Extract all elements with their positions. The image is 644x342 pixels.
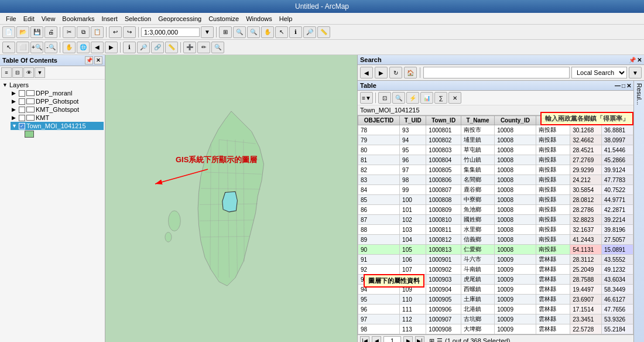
scale-dropdown[interactable]: ▼	[201, 26, 214, 38]
measure-btn[interactable]: 📏	[165, 42, 178, 53]
table-stats-btn[interactable]: 📊	[420, 92, 433, 104]
nav-prev-btn[interactable]: ◀	[372, 336, 381, 342]
toc-close-button[interactable]: ✕	[94, 56, 102, 64]
table-row[interactable]: 79941000802埔里鎮10008南投縣32.466238.0997	[358, 135, 633, 145]
select-tool[interactable]: ↖	[275, 26, 288, 38]
table-maximize-icon[interactable]: □	[622, 83, 625, 89]
table-close-icon[interactable]: ✕	[626, 83, 631, 89]
zoom-in-tool[interactable]: +🔍	[30, 42, 43, 53]
add-data-btn[interactable]: ➕	[183, 42, 196, 53]
new-button[interactable]: 📄	[2, 26, 15, 38]
map-area[interactable]: GIS系統下所顯示的圖層	[105, 55, 357, 342]
menu-file[interactable]: File	[2, 15, 20, 23]
table-row[interactable]: 981131000908大埤鄉10009雲林縣22.572855.2184	[358, 324, 633, 334]
table-row[interactable]: 881031000811水里鄉10008南投縣32.163739.8196	[358, 225, 633, 235]
save-button[interactable]: 💾	[30, 26, 43, 38]
layer-item-town[interactable]: ▼ Town_MOI_1041215	[11, 122, 104, 130]
checkbox-dpp-ghotspot[interactable]	[19, 98, 25, 105]
table-row[interactable]: 78931000801南投市10008南投縣30.126836.8881	[358, 125, 633, 135]
menu-customize[interactable]: Customize	[205, 15, 242, 23]
paste-button[interactable]: 📋	[91, 26, 104, 38]
pan-tool[interactable]: ✋	[261, 26, 274, 38]
search-home-btn[interactable]: 🏠	[404, 67, 417, 78]
page-input[interactable]	[383, 336, 401, 342]
menu-view[interactable]: View	[38, 15, 59, 23]
table-flash-btn[interactable]: ⚡	[406, 92, 419, 104]
table-row[interactable]: 961111000906北港鎮10009雲林縣17.151447.7656	[358, 305, 633, 314]
identify-tool[interactable]: ℹ	[289, 26, 302, 38]
table-row[interactable]: 911061000901斗六市10009雲林縣28.311243.5552	[358, 255, 633, 265]
table-row[interactable]: 81961000804竹山鎮10008南投縣27.276945.2866	[358, 155, 633, 165]
zoom-full[interactable]: ⊞	[219, 26, 232, 38]
search-options-btn[interactable]: ▼	[629, 67, 642, 78]
zoom-in[interactable]: 🔍	[233, 26, 246, 38]
nav-last-btn[interactable]: ▶|	[415, 336, 424, 342]
checkbox-dpp-moranl[interactable]	[19, 90, 25, 97]
pointer-tool[interactable]: ↖	[2, 42, 15, 53]
table-row[interactable]: 921071000902斗南鎮10009雲林縣25.204949.1232	[358, 265, 633, 275]
menu-insert[interactable]: Insert	[98, 15, 121, 23]
select-rect-tool[interactable]: ⬜	[16, 42, 29, 53]
table-zoom-btn[interactable]: 🔍	[392, 92, 405, 104]
table-row[interactable]: 82971000805集集鎮10008南投縣29.929939.9124	[358, 165, 633, 175]
measure-tool[interactable]: 📏	[317, 26, 330, 38]
zoom-out-tool[interactable]: -🔍	[44, 42, 57, 53]
undo-button[interactable]: ↩	[109, 26, 122, 38]
redo-button[interactable]: ↪	[123, 26, 136, 38]
checkbox-kmt-ghotspot[interactable]	[19, 107, 25, 113]
zoom-prev-btn[interactable]: ◀	[91, 42, 104, 53]
menu-edit[interactable]: Edit	[20, 15, 38, 23]
table-field-calc-btn[interactable]: ∑	[434, 92, 447, 104]
nav-first-btn[interactable]: |◀	[360, 336, 369, 342]
search-back-btn[interactable]: ◀	[360, 67, 373, 78]
hyperlink-btn[interactable]: 🔗	[151, 42, 164, 53]
table-row[interactable]: 971121000907古坑鄉10009雲林縣23.345153.9326	[358, 314, 633, 324]
toc-pin-button[interactable]: 📌	[85, 56, 93, 64]
menu-windows[interactable]: Windows	[242, 15, 276, 23]
find-tool[interactable]: 🔎	[303, 26, 316, 38]
view-mode-btn2[interactable]: ☰	[437, 337, 443, 343]
pan-tool2[interactable]: ✋	[63, 42, 76, 53]
layer-item-kmt[interactable]: ▶ KMT	[11, 114, 104, 122]
editor-btn[interactable]: ✏	[197, 42, 210, 53]
table-row[interactable]: 84991000807鹿谷鄉10008南投縣30.585440.7522	[358, 185, 633, 195]
full-extent-btn[interactable]: 🌐	[77, 42, 90, 53]
layer-item-dpp-ghotspot[interactable]: ▶ DPP_Ghotspot	[11, 97, 104, 105]
table-delete-btn[interactable]: ✕	[448, 92, 461, 104]
table-row[interactable]: 851001000808中寮鄉10008南投縣28.081244.9771	[358, 195, 633, 205]
copy-button[interactable]: ⧉	[77, 26, 90, 38]
results-tab[interactable]: Resul...	[633, 81, 644, 342]
table-select-btn[interactable]: ⊡	[378, 92, 391, 104]
toc-list-visibility-btn[interactable]: 👁	[23, 67, 34, 78]
search-btn[interactable]: 🔍	[211, 42, 224, 53]
menu-geoprocessing[interactable]: Geoprocessing	[155, 15, 205, 23]
checkbox-town[interactable]	[19, 123, 25, 129]
search-close-icon[interactable]: ✕	[637, 57, 642, 63]
table-row[interactable]: 861011000809魚池鄉10008南投縣28.278642.2871	[358, 205, 633, 215]
table-minimize-icon[interactable]: —	[615, 83, 621, 89]
search-input[interactable]	[423, 67, 570, 78]
table-options-btn[interactable]: ≡▼	[360, 92, 373, 104]
toc-list-drawing-btn[interactable]: ≡	[1, 67, 12, 78]
nav-next-btn[interactable]: ▶	[403, 336, 413, 342]
table-row[interactable]: 901051000813仁愛鄉10008南投縣54.113115.0891	[358, 245, 633, 255]
table-row[interactable]: 83981000806名間鄉10008南投縣24.21247.7783	[358, 175, 633, 185]
menu-bookmarks[interactable]: Bookmarks	[59, 15, 98, 23]
table-row[interactable]: 891041000812信義鄉10008南投縣41.244327.5057	[358, 235, 633, 245]
search-pin-icon[interactable]: 📌	[629, 57, 636, 63]
cut-button[interactable]: ✂	[63, 26, 76, 38]
search-refresh-btn[interactable]: ↻	[389, 67, 402, 78]
view-mode-btn[interactable]: ⊞	[429, 337, 434, 343]
data-table-container[interactable]: 圖層下的屬性資料 OBJECTID T_UID Town_ID T_Name C…	[358, 115, 633, 334]
scale-input[interactable]	[141, 28, 200, 37]
find-btn[interactable]: 🔎	[137, 42, 150, 53]
toc-list-source-btn[interactable]: ⊟	[12, 67, 23, 78]
layer-group-layers[interactable]: ▼ Layers	[1, 81, 104, 89]
toc-options-btn[interactable]: ▼	[35, 67, 45, 78]
menu-selection[interactable]: Selection	[121, 15, 155, 23]
layer-item-kmt-ghotspot[interactable]: ▶ KMT_Ghotspot	[11, 105, 104, 114]
table-row[interactable]: 951101000905土庫鎮10009雲林縣23.690746.6127	[358, 295, 633, 305]
info-btn[interactable]: ℹ	[123, 42, 136, 53]
menu-help[interactable]: Help	[276, 15, 296, 23]
local-search-dropdown[interactable]: Local Search	[571, 67, 627, 78]
